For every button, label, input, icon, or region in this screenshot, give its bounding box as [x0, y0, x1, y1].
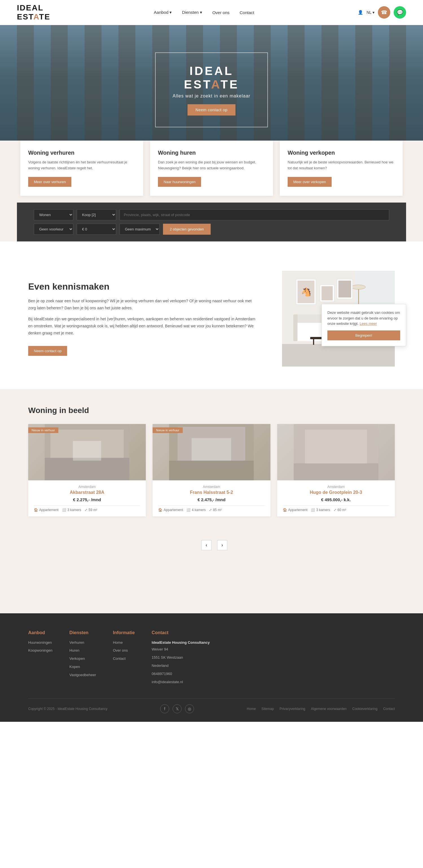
listing-price-2: € 495.000,- k.k. [283, 497, 389, 502]
nav-contact[interactable]: Contact [240, 10, 254, 15]
cookie-accept-button[interactable]: Begrepen! [328, 331, 400, 340]
footer-phone: 0648971960 [152, 671, 210, 677]
service-desc-2: Natuurlijk wil je de beste verkoopvoorwa… [288, 159, 395, 171]
footer-address-1: Weiver 94 [152, 647, 210, 652]
whatsapp-button[interactable]: 💬 [394, 6, 406, 19]
language-selector[interactable]: NL ▾ [367, 10, 374, 14]
footer-col-title-0: Aanbod [28, 630, 52, 635]
footer-col-informatie: Informatie Home Over ons Contact [113, 630, 135, 687]
footer-bottom: Copyright © 2025 - IdealEstate Housing C… [28, 699, 395, 713]
service-title-1: Woning huren [158, 150, 265, 156]
footer-link-kopen[interactable]: Kopen [69, 664, 96, 670]
footer-bottom-cookie[interactable]: Cookieverklaring [352, 707, 377, 711]
footer-link-over-ons[interactable]: Over ons [113, 648, 135, 654]
nav-over-ons[interactable]: Over ons [213, 10, 230, 15]
nav-diensten[interactable]: Diensten ▾ [182, 10, 202, 15]
service-title-0: Woning verhuren [28, 150, 135, 156]
nav-aanbod[interactable]: Aanbod ▾ [154, 10, 172, 15]
listings-grid: Nieuw in verhuur Amsterdam Akbarstraat 2… [28, 424, 395, 517]
footer-company-name: IdealEstate Housing Consultancy [152, 640, 210, 646]
footer-link-contact-info[interactable]: Contact [113, 656, 135, 662]
footer-link-verhuren[interactable]: Verhuren [69, 640, 96, 646]
service-btn-1[interactable]: Naar huurwoningen [158, 177, 201, 187]
listing-type-1: 🏠 Appartement [158, 508, 183, 512]
footer-col-title-3: Contact [152, 630, 210, 635]
listing-address-2: Hugo de Grootplein 20-3 [283, 490, 389, 495]
main-nav: IDEALESTATE Aanbod ▾ Diensten ▾ Over ons… [0, 0, 423, 25]
search-price-from-select[interactable]: € 0 [77, 224, 116, 235]
listing-card-0[interactable]: Nieuw in verhuur Amsterdam Akbarstraat 2… [28, 424, 146, 517]
listing-address-1: Frans Halsstraat 5-2 [158, 490, 264, 495]
footer-link-huren[interactable]: Huren [69, 648, 96, 654]
service-btn-0[interactable]: Meer over verhuren [28, 177, 72, 187]
footer-col-title-2: Informatie [113, 630, 135, 635]
service-card-verkopen: Woning verkopen Natuurlijk wil je de bes… [280, 141, 403, 196]
footer-link-home[interactable]: Home [113, 640, 135, 646]
instagram-icon[interactable]: ◎ [185, 704, 194, 713]
svg-rect-28 [73, 441, 101, 461]
footer-bottom-home[interactable]: Home [247, 707, 256, 711]
listing-area-0: ⤢ 59 m² [85, 508, 97, 512]
footer-link-huurwoningen[interactable]: Huurwoningen [28, 640, 52, 646]
search-location-input[interactable] [119, 209, 389, 220]
intro-title: Even kennismaken [28, 281, 259, 292]
nav-links: Aanbod ▾ Diensten ▾ Over ons Contact [154, 10, 254, 15]
search-price-to-select[interactable]: Geen maximum [119, 224, 160, 235]
social-icons: f 𝕏 ◎ [160, 704, 194, 713]
phone-button[interactable]: ☎ [378, 6, 390, 19]
hero-cta-button[interactable]: Neem contact op [188, 104, 235, 116]
footer-bottom-contact[interactable]: Contact [383, 707, 395, 711]
building-icon-2: 🏠 [283, 508, 287, 512]
intro-paragraph-2: Bij IdealEstate zijn we gespecialiseerd … [28, 315, 259, 337]
footer-bottom-links: Home Sitemap Privacyverklaring Algemene … [247, 707, 395, 711]
footer-link-verkopen[interactable]: Verkopen [69, 656, 96, 662]
footer-email: info@idealestate.nl [152, 679, 210, 685]
listings-section: Woning in beeld Nieuw in verhuur Amsterd… [0, 389, 423, 533]
listing-badge-1: Nieuw in verhuur [152, 427, 183, 433]
cookie-learn-more-link[interactable]: Lees meer [360, 321, 377, 326]
svg-rect-35 [305, 430, 367, 463]
search-results-button[interactable]: 2 objecten gevonden [163, 224, 210, 235]
svg-rect-10 [313, 339, 314, 345]
footer-bottom-privacy[interactable]: Privacyverklaring [279, 707, 305, 711]
cookie-text: Deze website maakt gebruik van cookies o… [328, 310, 400, 327]
pagination-prev[interactable]: ‹ [201, 540, 212, 550]
intro-text: Even kennismaken Ben je op zoek naar een… [28, 281, 259, 356]
svg-rect-2 [282, 344, 395, 367]
hero-logo: IDEALESTATE [173, 64, 250, 91]
svg-rect-20 [338, 281, 351, 298]
footer-link-koopwoningen[interactable]: Koopwoningen [28, 648, 52, 654]
nav-account-icon[interactable]: 👤 [358, 10, 363, 15]
intro-cta-button[interactable]: Neem contact op [28, 346, 67, 356]
footer-col-aanbod: Aanbod Huurwoningen Koopwoningen [28, 630, 52, 687]
listing-photo-2 [277, 424, 395, 480]
footer-col-title-1: Diensten [69, 630, 96, 635]
listing-price-1: € 2.475,- /mnd [158, 497, 264, 502]
rooms-icon: ⬜ [62, 508, 66, 512]
pagination-next[interactable]: › [217, 540, 227, 550]
service-title-2: Woning verkopen [288, 150, 395, 156]
search-koop-select[interactable]: Koop [2] [77, 209, 116, 220]
footer-link-vastgoedbeheer[interactable]: Vastgoedbeheer [69, 672, 96, 678]
listing-card-2[interactable]: Amsterdam Hugo de Grootplein 20-3 € 495.… [277, 424, 395, 517]
search-type-select[interactable]: Wonen [34, 209, 73, 220]
footer-bottom-algemene[interactable]: Algemene voorwaarden [311, 707, 347, 711]
intro-paragraph-1: Ben je op zoek naar een huur of koopwoni… [28, 298, 259, 312]
copyright-text: Copyright © 2025 - IdealEstate Housing C… [28, 707, 108, 711]
twitter-x-icon[interactable]: 𝕏 [173, 704, 181, 713]
svg-point-13 [351, 285, 365, 289]
listing-rooms-1: ⬜ 4 kamers [187, 508, 205, 512]
listing-city-0: Amsterdam [34, 485, 140, 489]
search-objecttype-select[interactable]: Geen voorkeur [34, 224, 73, 235]
footer-bottom-sitemap[interactable]: Sitemap [261, 707, 274, 711]
facebook-icon[interactable]: f [160, 704, 169, 713]
building-icon: 🏠 [34, 508, 38, 512]
logo[interactable]: IDEALESTATE [17, 3, 50, 22]
listing-address-0: Akbarstraat 28A [34, 490, 140, 495]
logo-text: IDEALESTATE [17, 3, 50, 22]
listing-card-1[interactable]: Nieuw in verhuur Amsterdam Frans Halsstr… [152, 424, 270, 517]
service-desc-1: Dan zoek je een woning die past bij jouw… [158, 159, 265, 171]
svg-rect-18 [321, 286, 333, 300]
service-btn-2[interactable]: Meer over verkopen [288, 177, 332, 187]
footer: Aanbod Huurwoningen Koopwoningen Dienste… [0, 613, 423, 722]
